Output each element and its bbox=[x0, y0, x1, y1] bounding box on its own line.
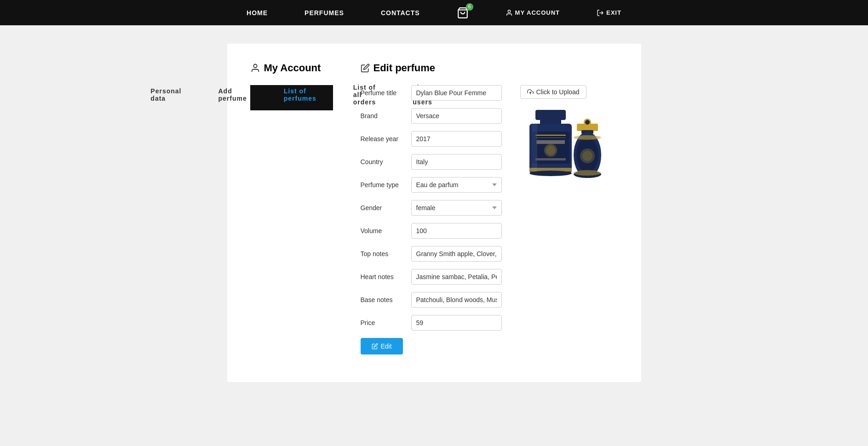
field-row-top-notes: Top notes bbox=[361, 246, 502, 262]
field-row-gender: Gender female male unisex bbox=[361, 200, 502, 216]
field-row-brand: Brand bbox=[361, 108, 502, 124]
svg-point-3 bbox=[253, 64, 257, 68]
form-fields: Perfume title Brand Release year Country bbox=[361, 85, 502, 355]
top-notes-input[interactable] bbox=[411, 246, 502, 262]
brand-label: Brand bbox=[361, 112, 411, 120]
field-row-country: Country bbox=[361, 154, 502, 170]
sidebar-title: My Account bbox=[250, 62, 333, 74]
price-input[interactable] bbox=[411, 315, 502, 331]
gender-label: Gender bbox=[361, 204, 411, 212]
country-input[interactable] bbox=[411, 154, 502, 170]
nav-exit[interactable]: EXIT bbox=[597, 9, 621, 17]
svg-rect-9 bbox=[535, 135, 566, 136]
cart-badge: 6 bbox=[466, 3, 473, 11]
heart-notes-input[interactable] bbox=[411, 269, 502, 285]
user-icon bbox=[250, 63, 260, 73]
field-row-price: Price bbox=[361, 315, 502, 331]
perfume-type-label: Perfume type bbox=[361, 181, 411, 189]
heart-notes-label: Heart notes bbox=[361, 273, 411, 280]
upload-button[interactable]: Click to Upload bbox=[520, 85, 586, 99]
image-panel: Click to Upload bbox=[520, 85, 621, 355]
edit-button[interactable]: Edit bbox=[361, 338, 403, 355]
base-notes-label: Base notes bbox=[361, 296, 411, 303]
edit-button-icon bbox=[372, 343, 378, 349]
svg-rect-10 bbox=[535, 137, 566, 138]
sidebar-item-add-perfume[interactable]: Add perfume bbox=[218, 87, 247, 102]
perfume-image bbox=[520, 106, 612, 180]
svg-point-28 bbox=[574, 170, 601, 176]
nav-my-account[interactable]: MY ACCOUNT bbox=[506, 9, 560, 17]
sidebar-item-list-of-perfumes[interactable]: List of perfumes bbox=[284, 87, 316, 102]
brand-input[interactable] bbox=[411, 108, 502, 124]
svg-point-20 bbox=[585, 120, 590, 125]
page-wrapper: My Account Personal data Add perfume Lis… bbox=[227, 44, 641, 382]
nav-perfumes[interactable]: PERFUMES bbox=[305, 9, 344, 17]
field-row-perfume-title: Perfume title bbox=[361, 85, 502, 101]
svg-rect-5 bbox=[535, 110, 566, 120]
volume-label: Volume bbox=[361, 227, 411, 234]
cart-icon[interactable]: 6 bbox=[457, 7, 469, 19]
field-row-heart-notes: Heart notes bbox=[361, 269, 502, 285]
svg-rect-15 bbox=[532, 124, 537, 173]
nav-contacts[interactable]: CONTACTS bbox=[381, 9, 420, 17]
svg-point-25 bbox=[574, 135, 601, 140]
country-label: Country bbox=[361, 158, 411, 166]
perfume-title-label: Perfume title bbox=[361, 89, 411, 97]
price-label: Price bbox=[361, 319, 411, 326]
gender-select[interactable]: female male unisex bbox=[411, 200, 502, 216]
sidebar: My Account Personal data Add perfume Lis… bbox=[250, 62, 333, 355]
layout: My Account Personal data Add perfume Lis… bbox=[250, 62, 618, 355]
volume-input[interactable] bbox=[411, 223, 502, 239]
form-body: Perfume title Brand Release year Country bbox=[361, 85, 621, 355]
svg-point-1 bbox=[508, 10, 510, 12]
perfume-title-input[interactable] bbox=[411, 85, 502, 101]
release-year-label: Release year bbox=[361, 135, 411, 143]
base-notes-input[interactable] bbox=[411, 292, 502, 308]
form-section: Edit perfume Perfume title Brand Release… bbox=[361, 62, 621, 355]
nav-home[interactable]: HOME bbox=[247, 9, 268, 17]
navigation: HOME PERFUMES CONTACTS 6 MY ACCOUNT EXIT bbox=[0, 0, 868, 25]
sidebar-item-personal-data[interactable]: Personal data bbox=[150, 87, 181, 102]
release-year-input[interactable] bbox=[411, 131, 502, 147]
field-row-volume: Volume bbox=[361, 223, 502, 239]
field-row-release-year: Release year bbox=[361, 131, 502, 147]
edit-title-icon bbox=[361, 63, 370, 73]
upload-icon bbox=[527, 89, 534, 95]
top-notes-label: Top notes bbox=[361, 250, 411, 257]
svg-point-17 bbox=[529, 171, 572, 176]
form-title: Edit perfume bbox=[361, 62, 621, 74]
field-row-perfume-type: Perfume type Eau de parfum Eau de toilet… bbox=[361, 177, 502, 193]
field-row-base-notes: Base notes bbox=[361, 292, 502, 308]
sidebar-nav: Personal data Add perfume List of perfum… bbox=[250, 85, 333, 110]
svg-rect-11 bbox=[536, 140, 565, 144]
svg-point-13 bbox=[546, 146, 555, 155]
perfume-bottle-svg bbox=[523, 106, 610, 180]
svg-rect-14 bbox=[535, 158, 566, 160]
perfume-type-select[interactable]: Eau de parfum Eau de toilette Parfum Col… bbox=[411, 177, 502, 193]
svg-point-27 bbox=[582, 151, 592, 161]
